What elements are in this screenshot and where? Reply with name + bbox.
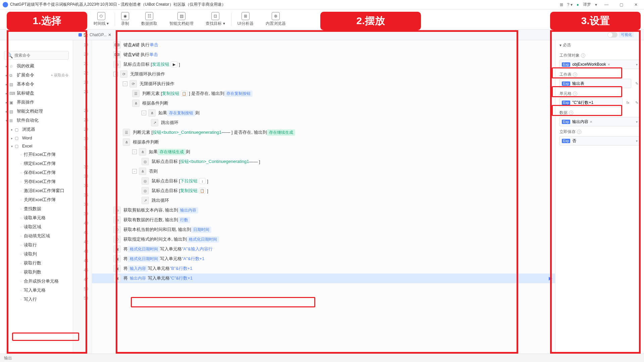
overlay-banner-2: 2.摆放 xyxy=(320,12,421,30)
overlay-box-3 xyxy=(550,30,641,354)
overlay-highlight-code-line xyxy=(131,297,315,307)
overlay-box-1 xyxy=(7,30,87,354)
help-icon[interactable]: ? ▾ xyxy=(567,2,573,7)
close-button[interactable]: ✕ xyxy=(631,2,641,7)
minimize-button[interactable]: — xyxy=(601,2,612,7)
record-button[interactable]: ◉录制 xyxy=(115,12,135,26)
bottom-bar: 输出 xyxy=(0,354,644,362)
browser-button[interactable]: ⊕内置浏览器 xyxy=(260,12,292,26)
apps-icon[interactable]: ⊞ xyxy=(560,2,563,7)
window-title: ChatGPT超级写手单个提示词板RPA机器人2023年10月30日 - 流程创… xyxy=(10,2,226,7)
timeline-button[interactable]: ⏲时间线 ▾ xyxy=(88,12,115,26)
overlay-banner-1: 1.选择 xyxy=(7,12,87,30)
maximize-button[interactable]: ▢ xyxy=(616,2,627,7)
overlay-highlight-prop-data xyxy=(552,105,622,116)
findtarget-button[interactable]: ⊡查找目标 ▾ xyxy=(200,12,231,26)
uianalyzer-button[interactable]: ⊞UI分析器 xyxy=(231,12,260,26)
autodoc-button[interactable]: ▤智能文档处理 xyxy=(163,12,200,26)
title-bar: ChatGPT超级写手单个提示词板RPA机器人2023年10月30日 - 流程创… xyxy=(0,0,644,9)
overlay-highlight-prop-cell xyxy=(552,86,622,97)
overlay-highlight-prop-sheet xyxy=(552,67,622,78)
user-name[interactable]: 谭梦 xyxy=(583,2,591,7)
overlay-banner-3: 3.设置 xyxy=(550,12,641,30)
overlay-highlight-sidebar-item xyxy=(12,333,79,341)
output-tab[interactable]: 输出 xyxy=(4,355,12,361)
data-button[interactable]: ☷数据抓取 xyxy=(135,12,163,26)
app-icon xyxy=(3,2,8,7)
